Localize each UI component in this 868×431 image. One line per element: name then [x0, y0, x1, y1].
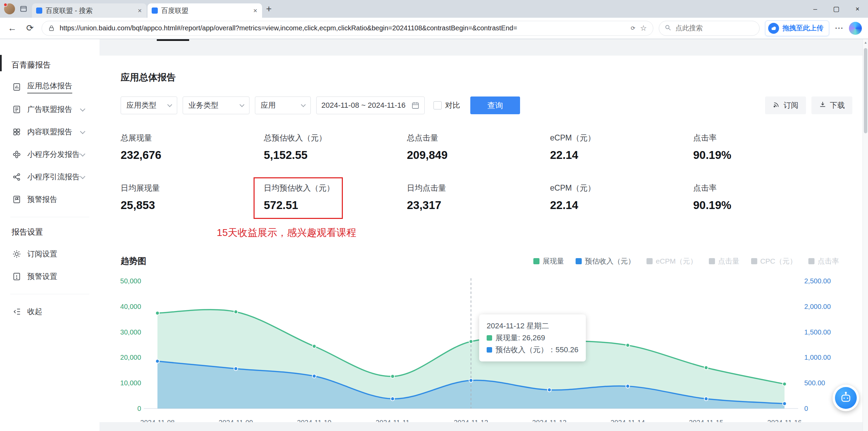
sidebar-item-miniapp-distribute-report[interactable]: 小程序分发报告 — [0, 143, 100, 166]
stat-label: 日均展现量 — [121, 183, 264, 193]
sidebar-item-alert-report[interactable]: 预警报告 — [0, 188, 100, 211]
browser-tab-1[interactable]: 百度联盟 - 搜索 × — [32, 3, 147, 18]
page-body: 百青藤报告 应用总体报告 广告联盟报告 内容联盟报告 小程序分发报告 小程序引流… — [0, 39, 868, 431]
url-text[interactable]: https://union.baidu.com/bqt/appco.html#/… — [60, 24, 626, 32]
trend-chart-title: 趋势图 — [121, 255, 146, 267]
tab-actions-icon[interactable] — [18, 4, 29, 14]
report-doc-icon — [12, 105, 21, 114]
dropdown-value: 业务类型 — [188, 100, 218, 110]
main-content: 应用总体报告 应用类型 业务类型 应用 2024-11-08 ~ 2024-11… — [100, 39, 863, 431]
dropdown-value: 应用 — [261, 100, 276, 110]
copilot-icon[interactable] — [849, 22, 862, 35]
chart-svg — [144, 276, 798, 413]
legend-item[interactable]: 点击量 — [709, 256, 740, 266]
site-info-lock-icon[interactable] — [48, 25, 55, 32]
stat-total-income: 总预估收入（元） 5,152.55 — [264, 133, 407, 162]
stat-label: eCPM（元） — [550, 133, 693, 143]
stat-value: 25,853 — [121, 199, 264, 212]
app-dropdown[interactable]: 应用 — [255, 96, 311, 114]
stat-total-clicks: 总点击量 209,849 — [407, 133, 550, 162]
chart-legend: 展现量预估收入（元）eCPM（元）点击量CPC（元）点击率 — [533, 256, 839, 266]
stat-value: 5,152.55 — [264, 149, 407, 162]
sidebar-item-label: 广告联盟报告 — [27, 104, 72, 115]
sidebar-item-alert-settings[interactable]: 预警设置 — [0, 265, 100, 288]
collapse-label: 收起 — [27, 307, 42, 317]
new-tab-button[interactable]: + — [262, 2, 276, 16]
download-button[interactable]: 下载 — [811, 96, 852, 114]
stat-value: 22.14 — [550, 149, 693, 162]
legend-item[interactable]: eCPM（元） — [646, 256, 697, 266]
chart-x-axis-labels: 2024-11-082024-11-092024-11-102024-11-11… — [144, 419, 798, 422]
flag-icon — [12, 195, 21, 204]
sidebar-item-ad-union-report[interactable]: 广告联盟报告 — [0, 98, 100, 121]
address-bar[interactable]: https://union.baidu.com/bqt/appco.html#/… — [42, 21, 653, 36]
notification-dot-icon — [3, 3, 7, 7]
sidebar-active-indicator — [0, 55, 2, 71]
window-maximize-button[interactable]: ▢ — [826, 0, 847, 18]
stat-click-rate: 点击率 90.19% — [693, 133, 836, 162]
window-close-button[interactable]: × — [847, 0, 868, 18]
back-button[interactable]: ← — [6, 23, 18, 33]
sidebar-divider — [10, 294, 89, 294]
sidebar-item-miniapp-traffic-report[interactable]: 小程序引流报告 — [0, 166, 100, 188]
date-range-picker[interactable]: 2024-11-08 ~ 2024-11-16 — [316, 96, 425, 114]
stat-daily-clicks: 日均点击量 23,317 — [407, 183, 550, 212]
assistant-robot-widget[interactable] — [833, 385, 859, 411]
legend-item[interactable]: 展现量 — [533, 256, 564, 266]
legend-item[interactable]: CPC（元） — [751, 256, 797, 266]
stat-label: 总预估收入（元） — [264, 133, 407, 143]
window-minimize-button[interactable]: – — [805, 0, 826, 18]
legend-item[interactable]: 点击率 — [808, 256, 839, 266]
gear-icon — [12, 250, 21, 258]
sidebar-item-content-union-report[interactable]: 内容联盟报告 — [0, 121, 100, 143]
tab-close-icon[interactable]: × — [137, 7, 142, 15]
legend-label: CPC（元） — [760, 256, 797, 266]
sync-reload-icon[interactable]: ⟳ — [631, 25, 635, 31]
flower-icon — [12, 150, 21, 159]
sidebar-item-label: 订阅设置 — [27, 249, 57, 259]
sidebar-item-overall-report[interactable]: 应用总体报告 — [0, 76, 100, 98]
alert-doc-icon — [12, 272, 21, 281]
scrollbar-thumb[interactable] — [864, 48, 867, 133]
legend-item[interactable]: 预估收入（元） — [576, 256, 635, 266]
browser-menu-icon[interactable]: ⋯ — [835, 23, 843, 33]
tab-title: 百度联盟 — [161, 6, 249, 15]
sidebar-item-label: 小程序引流报告 — [27, 172, 80, 182]
chart-tooltip: 2024-11-12 星期二展现量: 26,269预估收入（元）：550.26 — [479, 314, 586, 361]
compare-checkbox[interactable] — [433, 101, 442, 109]
legend-swatch-icon — [576, 258, 582, 264]
business-type-dropdown[interactable]: 业务类型 — [183, 96, 249, 114]
scrollbar-up-icon[interactable]: ▲ — [863, 41, 868, 44]
compare-toggle[interactable]: 对比 — [433, 100, 460, 110]
browser-tabstrip: 百度联盟 - 搜索 × 百度联盟 × + – ▢ × — [0, 0, 868, 18]
search-input[interactable] — [675, 24, 754, 32]
tooltip-text: 展现量: 26,269 — [496, 332, 545, 344]
robot-icon — [835, 387, 857, 409]
trend-header: 趋势图 展现量预估收入（元）eCPM（元）点击量CPC（元）点击率 — [121, 255, 839, 267]
browser-tab-2[interactable]: 百度联盟 × — [148, 3, 262, 18]
stat-daily-income: 日均预估收入（元） 572.51 — [264, 183, 407, 212]
refresh-button[interactable]: ⟳ — [24, 23, 36, 33]
chart-plot[interactable]: 2024-11-12 星期二展现量: 26,269预估收入（元）：550.26 — [144, 276, 798, 413]
sidebar-section-settings: 报告设置 — [0, 223, 100, 243]
sidebar-item-subscribe-settings[interactable]: 订阅设置 — [0, 243, 100, 265]
stat-value: 90.19% — [693, 149, 836, 162]
subscribe-button[interactable]: 订阅 — [765, 96, 806, 114]
favorite-star-icon[interactable]: ☆ — [640, 24, 647, 33]
page-scrollbar[interactable]: ▲ — [863, 39, 868, 431]
profile-avatar[interactable] — [4, 3, 15, 14]
stat-ecpm: eCPM（元） 22.14 — [550, 133, 693, 162]
chart-left-axis-labels: 010,00020,00030,00040,00050,000 — [117, 276, 141, 413]
app-type-dropdown[interactable]: 应用类型 — [121, 96, 177, 114]
sidebar-collapse-button[interactable]: 收起 — [0, 300, 100, 323]
tab-close-icon[interactable]: × — [253, 7, 258, 15]
sidebar-item-label: 内容联盟报告 — [27, 127, 72, 137]
download-label: 下载 — [830, 100, 845, 110]
chevron-down-icon — [80, 106, 86, 112]
collapse-icon — [12, 307, 21, 316]
query-button[interactable]: 查询 — [470, 96, 520, 114]
upload-dropzone-badge[interactable]: 拖拽至此上传 — [765, 20, 829, 36]
stat-value: 90.19% — [693, 199, 836, 212]
favicon-icon — [152, 8, 158, 14]
browser-search-box[interactable] — [659, 21, 760, 36]
